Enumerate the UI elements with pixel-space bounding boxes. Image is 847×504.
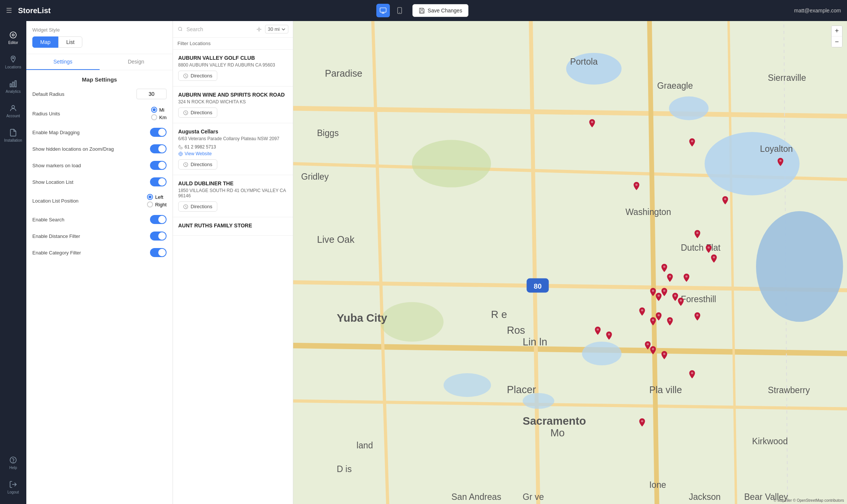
widget-style-label: Widget Style [32, 27, 167, 33]
map-pin[interactable] [683, 274, 690, 282]
toggle-show-markers-on-load[interactable] [150, 161, 167, 170]
radio-mi[interactable]: Mi [151, 107, 167, 113]
map-pin[interactable] [705, 245, 712, 253]
toggle-enable-distance-filter[interactable] [150, 232, 167, 241]
sidebar-label-locations: Locations [5, 65, 21, 69]
location-website[interactable]: View Website [178, 151, 288, 156]
control-show-location-list [150, 177, 167, 186]
location-crosshair-icon[interactable] [256, 26, 262, 32]
map-pin[interactable] [677, 298, 684, 306]
directions-button[interactable]: Directions [178, 159, 217, 170]
input-default-radius[interactable] [136, 89, 167, 99]
app-logo: StoreList [18, 6, 51, 15]
map-pin[interactable] [633, 182, 640, 190]
svg-text:Gr ve: Gr ve [523, 492, 544, 502]
sidebar-item-logout[interactable]: Logout [2, 477, 24, 498]
svg-point-13 [13, 462, 14, 462]
map-pin[interactable] [661, 288, 668, 296]
map-pin[interactable] [589, 119, 595, 127]
menu-icon[interactable]: ☰ [6, 6, 12, 15]
toggle-enable-search[interactable] [150, 215, 167, 224]
svg-point-102 [691, 372, 693, 374]
svg-text:Foresthill: Foresthill [681, 294, 716, 304]
map-pin[interactable] [650, 346, 656, 354]
map-pin[interactable] [689, 370, 695, 378]
map-pin[interactable] [689, 138, 695, 147]
location-list-panel: 30 mi Filter Locations AUBURN VALLEY GOL… [173, 21, 293, 504]
svg-point-43 [582, 342, 621, 365]
map-zoom-controls: + − [831, 26, 842, 47]
svg-point-7 [12, 58, 14, 59]
toggle-thumb [158, 216, 166, 223]
search-input[interactable] [186, 26, 253, 32]
toggle-thumb [158, 162, 166, 169]
svg-point-100 [597, 328, 599, 331]
sidebar-item-analytics[interactable]: Analytics [2, 76, 24, 97]
svg-text:Sierraville: Sierraville [768, 73, 806, 83]
directions-icon [183, 162, 188, 167]
radius-select[interactable]: 30 mi [265, 25, 288, 33]
map-pin[interactable] [639, 418, 645, 427]
sidebar-item-installation[interactable]: Installation [2, 125, 24, 146]
section-title: Map Settings [32, 76, 167, 83]
radio-right[interactable]: Right [147, 201, 167, 207]
directions-icon [183, 110, 188, 115]
map-pin[interactable] [667, 317, 673, 325]
sidebar-item-locations[interactable]: Locations [2, 51, 24, 73]
svg-text:Ione: Ione [649, 480, 666, 490]
radio-km[interactable]: Km [151, 114, 167, 120]
sidebar-item-editor[interactable]: Editor [2, 27, 24, 48]
svg-point-90 [674, 295, 676, 297]
svg-rect-4 [420, 11, 423, 13]
svg-point-93 [652, 319, 654, 321]
desktop-view-button[interactable] [376, 4, 390, 17]
svg-point-103 [641, 420, 643, 422]
control-enable-distance-filter [150, 232, 167, 241]
toggle-thumb [158, 129, 166, 136]
map-pin[interactable] [606, 331, 612, 340]
control-location-list-position: Left Right [147, 194, 167, 207]
toggle-enable-category-filter[interactable] [150, 248, 167, 257]
globe-icon [178, 151, 183, 156]
sidebar-item-account[interactable]: Account [2, 100, 24, 122]
mobile-view-button[interactable] [393, 4, 406, 17]
tab-design[interactable]: Design [100, 54, 173, 70]
directions-button[interactable]: Directions [178, 107, 217, 118]
map-pin[interactable] [722, 196, 729, 204]
toggle-enable-map-dragging[interactable] [150, 128, 167, 137]
svg-text:San Andreas: San Andreas [452, 492, 501, 502]
radio-left[interactable]: Left [147, 194, 167, 200]
map-widget-button[interactable]: Map [32, 36, 58, 48]
list-widget-button[interactable]: List [58, 36, 82, 48]
label-enable-category-filter: Enable Category Filter [32, 250, 150, 256]
map-pin[interactable] [694, 312, 701, 321]
svg-text:Graeagle: Graeagle [657, 81, 693, 91]
map-pin[interactable] [667, 274, 673, 282]
map-pin[interactable] [694, 230, 701, 238]
tab-settings[interactable]: Settings [26, 54, 100, 70]
save-changes-button[interactable]: Save Changes [412, 4, 469, 17]
zoom-out-button[interactable]: − [832, 36, 842, 47]
control-show-markers-on-load [150, 161, 167, 170]
map-pin[interactable] [594, 327, 601, 335]
radio-dot-mi [151, 107, 157, 113]
panel-tabs: Settings Design [26, 54, 173, 70]
map-pin[interactable] [661, 351, 668, 359]
map-pin[interactable] [655, 312, 662, 321]
map-pin[interactable] [711, 254, 717, 263]
location-items: AUBURN VALLEY GOLF CLUB 8800 AUBURN VALL… [173, 50, 293, 504]
sidebar-item-help[interactable]: Help [2, 452, 24, 474]
zoom-in-button[interactable]: + [832, 26, 842, 36]
toggle-show-location-list[interactable] [150, 177, 167, 186]
svg-point-2 [399, 12, 400, 13]
map-pin[interactable] [777, 158, 784, 166]
location-name: AUNT RUTHS FAMILY STORE [178, 222, 288, 229]
setting-default-radius: Default Radius [32, 89, 167, 99]
map-pin[interactable] [639, 307, 645, 316]
svg-point-97 [647, 343, 649, 345]
directions-button[interactable]: Directions [178, 201, 217, 212]
toggle-show-hidden-locations[interactable] [150, 144, 167, 153]
map-pin[interactable] [661, 264, 668, 272]
svg-text:Dutch Flat: Dutch Flat [681, 243, 721, 253]
directions-button[interactable]: Directions [178, 71, 217, 81]
